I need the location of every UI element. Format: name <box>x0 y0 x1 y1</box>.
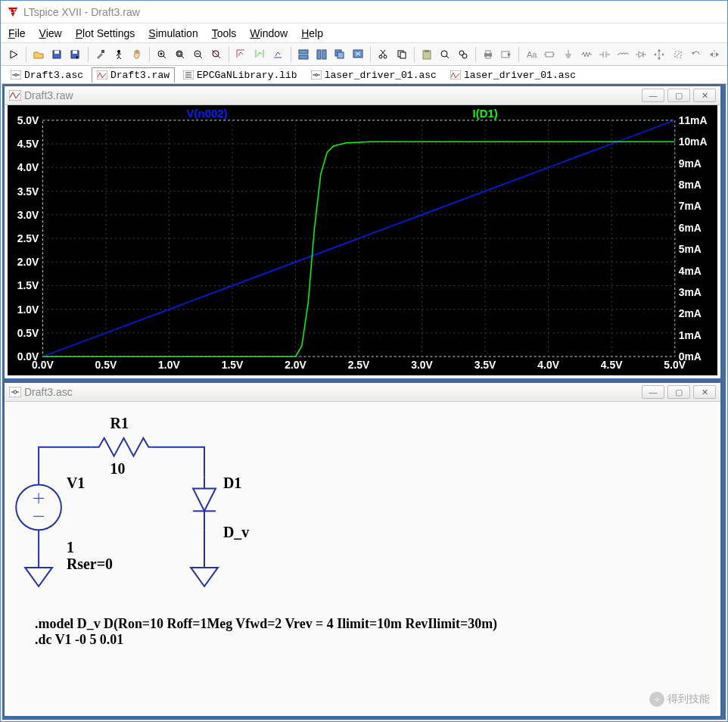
toolbar-zoom-in-button[interactable] <box>154 45 170 64</box>
label-v1-name[interactable]: V1 <box>67 475 85 491</box>
menu-help[interactable]: Help <box>301 27 323 39</box>
plot-area[interactable]: 0.0V0.5V1.0V1.5V2.0V2.5V3.0V3.5V4.0V4.5V… <box>8 105 717 375</box>
y-left-tick-label: 1.5V <box>17 279 39 291</box>
legend-id1[interactable]: I(D1) <box>473 107 498 120</box>
y-left-tick-label: 0.5V <box>17 327 39 339</box>
component-d1[interactable] <box>193 478 216 531</box>
schem-close-button[interactable]: ✕ <box>693 385 716 399</box>
toolbar-resistor-button[interactable] <box>578 45 595 64</box>
component-v1[interactable] <box>16 484 61 530</box>
tab-laser_driver_01-asc[interactable]: laser_driver_01.asc <box>306 67 442 82</box>
svg-marker-68 <box>662 53 664 56</box>
toolbar-move-button[interactable] <box>651 45 667 64</box>
document-tabbar: Draft3.ascDraft3.rawEPCGaNLibrary.liblas… <box>1 66 727 84</box>
svg-line-15 <box>182 56 184 58</box>
component-r1[interactable] <box>92 438 152 456</box>
ground-symbol[interactable] <box>191 560 218 587</box>
toolbar-mirror-button[interactable] <box>706 45 723 64</box>
label-v1-value[interactable]: 1 <box>67 539 74 556</box>
toolbar-zoom-fit-button[interactable] <box>172 45 188 64</box>
toolbar-print-button[interactable] <box>480 45 496 64</box>
y-left-tick-label: 0.0V <box>17 350 39 363</box>
toolbar-hand-button[interactable] <box>129 45 145 64</box>
schematic-canvas[interactable]: V11Rser=0R110D1D_v.model D_v D(Ron=10 Ro… <box>8 402 717 713</box>
toolbar-tile-v-button[interactable] <box>313 45 330 64</box>
menu-view[interactable]: View <box>39 27 62 39</box>
label-r1-value[interactable]: 10 <box>110 460 126 477</box>
label-d1-name[interactable]: D1 <box>223 475 241 491</box>
label-v1-rser[interactable]: Rser=0 <box>67 556 113 572</box>
svg-rect-8 <box>101 50 104 53</box>
toolbar-rotate-button[interactable] <box>688 45 705 64</box>
plot-minimize-button[interactable]: — <box>642 89 664 102</box>
x-tick-label: 4.0V <box>537 359 559 371</box>
toolbar-component-button[interactable] <box>541 45 558 64</box>
menu-window[interactable]: Window <box>250 27 288 39</box>
toolbar-capacitor-button[interactable] <box>596 45 613 64</box>
tool-hammer-icon <box>95 48 107 61</box>
label-r1-name[interactable]: R1 <box>110 415 129 431</box>
toolbar-diode-button[interactable] <box>633 45 649 64</box>
label-d1-model[interactable]: D_v <box>223 524 249 540</box>
toolbar-copy-button[interactable] <box>394 45 410 64</box>
svg-marker-127 <box>191 568 218 587</box>
toolbar-axis3-button[interactable] <box>270 45 287 64</box>
menu-tools[interactable]: Tools <box>212 27 237 39</box>
toolbar-axis1-button[interactable] <box>233 45 250 64</box>
plot-close-button[interactable]: ✕ <box>693 89 716 102</box>
toolbar-inductor-button[interactable] <box>614 45 631 64</box>
menu-simulation[interactable]: Simulation <box>148 27 198 39</box>
zoom-in-icon <box>156 48 168 61</box>
toolbar-find-next-button[interactable] <box>455 45 471 64</box>
svg-rect-4 <box>54 51 59 54</box>
svg-rect-26 <box>322 50 326 59</box>
svg-text:Aa: Aa <box>527 50 537 59</box>
tab-laser_driver_01-asc[interactable]: laser_driver_01.asc <box>445 67 581 82</box>
toolbar-zoom-area-button[interactable] <box>208 45 225 64</box>
toolbar-label-button[interactable]: Aa <box>523 45 540 64</box>
tab-EPCGaNLibrary-lib[interactable]: EPCGaNLibrary.lib <box>178 67 303 82</box>
spice-directive-model[interactable]: .model D_v D(Ron=10 Roff=1Meg Vfwd=2 Vre… <box>35 616 497 632</box>
toolbar-cut-button[interactable] <box>375 45 391 64</box>
paste-icon <box>421 48 433 61</box>
schem-minimize-button[interactable]: — <box>642 385 664 399</box>
ground-symbol[interactable] <box>25 560 52 587</box>
cascade-icon <box>334 48 346 61</box>
y-right-tick-label: 6mA <box>679 222 702 234</box>
toolbar-ground-button[interactable] <box>560 45 577 64</box>
toolbar-save-button[interactable] <box>48 45 65 64</box>
axis3-icon <box>272 48 285 61</box>
drag-icon <box>672 48 684 61</box>
tab-Draft3-raw[interactable]: Draft3.raw <box>92 67 175 82</box>
toolbar-open-button[interactable] <box>30 45 47 64</box>
toolbar-find-button[interactable] <box>437 45 453 64</box>
schem-maximize-button[interactable]: ▢ <box>667 385 690 399</box>
toolbar-drag-button[interactable] <box>669 45 686 64</box>
svg-marker-65 <box>658 49 661 51</box>
tab-Draft3-asc[interactable]: Draft3.asc <box>5 67 89 82</box>
tab-label: laser_driver_01.asc <box>464 70 576 81</box>
legend-vn002[interactable]: V(n002) <box>187 107 228 120</box>
y-right-tick-label: 8mA <box>679 179 702 191</box>
toolbar-tile-h-button[interactable] <box>295 45 312 64</box>
schematic-window-titlebar[interactable]: Draft3.asc — ▢ ✕ <box>5 383 720 402</box>
toolbar-zoom-out-button[interactable] <box>190 45 207 64</box>
toolbar-tool-hammer-button[interactable] <box>92 45 108 64</box>
toolbar-save-options-button[interactable]: ▾ <box>67 45 83 64</box>
toolbar-axis2-button[interactable] <box>252 45 269 64</box>
toolbar-export-button[interactable] <box>498 45 515 64</box>
y-right-tick-label: 10mA <box>679 135 708 148</box>
menu-plot-settings[interactable]: Plot Settings <box>76 27 135 39</box>
toolbar-paste-button[interactable] <box>418 45 435 64</box>
plot-window-titlebar[interactable]: Draft3.raw — ▢ ✕ <box>5 86 720 105</box>
spice-directive-dc[interactable]: .dc V1 -0 5 0.01 <box>35 632 123 647</box>
axis1-icon <box>235 48 247 61</box>
menu-file[interactable]: File <box>8 27 26 39</box>
y-left-tick-label: 3.5V <box>17 185 39 198</box>
toolbar-run-button[interactable] <box>5 45 22 64</box>
app-logo-icon: LT <box>7 6 19 18</box>
plot-maximize-button[interactable]: ▢ <box>667 89 690 102</box>
toolbar-runner-button[interactable] <box>110 45 127 64</box>
toolbar-cascade-button[interactable] <box>331 45 348 64</box>
toolbar-window-close-button[interactable] <box>350 45 366 64</box>
